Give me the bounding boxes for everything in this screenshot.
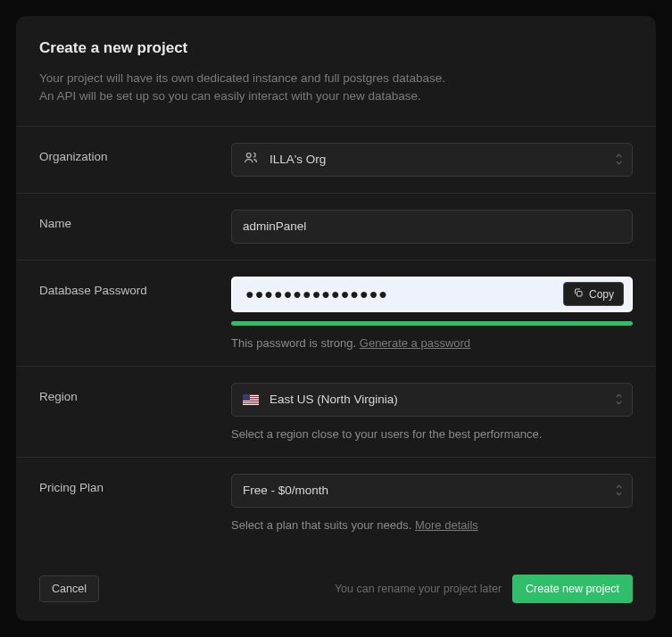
password-masked: ●●●●●●●●●●●●●●● bbox=[245, 286, 563, 302]
plan-helper: Select a plan that suits your needs. Mor… bbox=[231, 518, 633, 532]
rename-hint: You can rename your project later bbox=[335, 583, 502, 595]
field-password: Database Password ●●●●●●●●●●●●●●● Copy bbox=[16, 261, 656, 367]
field-organization: Organization ILLA's Org bbox=[16, 127, 656, 194]
flag-us-icon bbox=[243, 394, 259, 405]
name-label: Name bbox=[39, 210, 213, 244]
svg-rect-9 bbox=[243, 394, 250, 401]
region-value: East US (North Virginia) bbox=[270, 393, 398, 406]
form-fields: Organization ILLA's Org bbox=[16, 127, 656, 561]
svg-rect-8 bbox=[243, 404, 259, 405]
svg-point-0 bbox=[246, 153, 251, 158]
svg-rect-7 bbox=[243, 402, 259, 403]
region-label: Region bbox=[39, 383, 213, 441]
plan-more-details-link[interactable]: More details bbox=[415, 518, 478, 532]
modal-footer: Cancel You can rename your project later… bbox=[16, 560, 656, 621]
subtitle-line: Your project will have its own dedicated… bbox=[39, 71, 445, 85]
svg-rect-6 bbox=[243, 401, 259, 401]
plan-helper-text: Select a plan that suits your needs. bbox=[231, 518, 415, 532]
name-value: adminPanel bbox=[243, 219, 306, 233]
organization-label: Organization bbox=[39, 143, 213, 177]
copy-label: Copy bbox=[589, 288, 614, 301]
organization-value: ILLA's Org bbox=[270, 153, 326, 166]
create-project-modal: Create a new project Your project will h… bbox=[16, 16, 656, 621]
name-input[interactable]: adminPanel bbox=[231, 210, 633, 244]
field-name: Name adminPanel bbox=[16, 194, 656, 261]
cancel-button[interactable]: Cancel bbox=[39, 575, 99, 602]
create-project-button[interactable]: Create new project bbox=[512, 575, 633, 603]
plan-label: Pricing Plan bbox=[39, 474, 213, 532]
field-region: Region bbox=[16, 367, 656, 458]
svg-rect-1 bbox=[577, 292, 582, 297]
modal-header: Create a new project Your project will h… bbox=[16, 16, 656, 127]
subtitle-line: An API will be set up so you can easily … bbox=[39, 89, 421, 103]
password-strength-bar bbox=[231, 321, 633, 326]
plan-value: Free - $0/month bbox=[243, 484, 328, 497]
password-label: Database Password bbox=[39, 277, 213, 350]
password-helper: This password is strong. Generate a pass… bbox=[231, 336, 633, 350]
modal-title: Create a new project bbox=[39, 39, 633, 57]
copy-password-button[interactable]: Copy bbox=[563, 282, 624, 306]
organization-select[interactable]: ILLA's Org bbox=[231, 143, 633, 177]
plan-select[interactable]: Free - $0/month bbox=[231, 474, 633, 508]
chevron-updown-icon bbox=[615, 393, 623, 405]
field-plan: Pricing Plan Free - $0/month Select a pl… bbox=[16, 458, 656, 548]
copy-icon bbox=[573, 287, 584, 301]
generate-password-link[interactable]: Generate a password bbox=[360, 336, 470, 350]
region-select[interactable]: East US (North Virginia) bbox=[231, 383, 633, 417]
chevron-updown-icon bbox=[615, 484, 623, 496]
users-icon bbox=[243, 150, 259, 169]
region-helper: Select a region close to your users for … bbox=[231, 427, 633, 441]
chevron-updown-icon bbox=[615, 153, 623, 165]
password-input[interactable]: ●●●●●●●●●●●●●●● Copy bbox=[231, 277, 633, 312]
password-strength-text: This password is strong. bbox=[231, 336, 356, 350]
modal-subtitle: Your project will have its own dedicated… bbox=[39, 70, 633, 106]
